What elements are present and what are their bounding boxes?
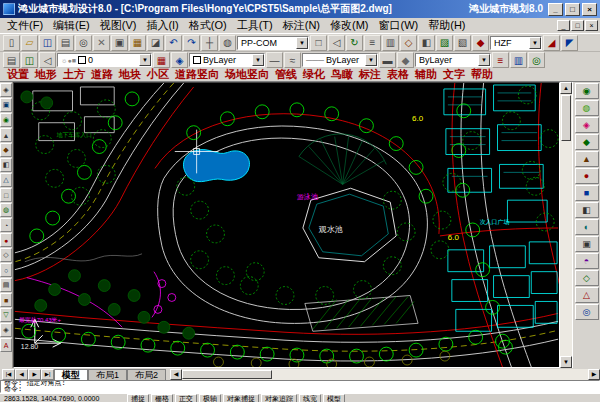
hy-tree-icon[interactable]: ◉ [0, 113, 12, 127]
hongye-tool-2-icon[interactable]: ◤ [561, 35, 578, 51]
menu-item-3[interactable]: 插入(I) [141, 17, 183, 34]
scroll-right-icon[interactable]: ▶ [588, 369, 600, 380]
plot-style-icon[interactable]: ◆ [397, 52, 414, 68]
hongye-menu-item-6[interactable]: 道路竖向 [172, 68, 222, 82]
menu-item-6[interactable]: 标注(N) [278, 17, 325, 34]
menu-item-8[interactable]: 窗口(W) [374, 17, 424, 34]
palette-dot-icon[interactable]: ● [575, 168, 599, 184]
hy-draw-road-icon[interactable]: ◈ [0, 83, 12, 97]
status-toggle-7[interactable]: 模型 [323, 394, 345, 402]
osnap-icon[interactable]: ◇ [400, 35, 417, 51]
hongye-menu-item-15[interactable]: 帮助 [468, 68, 496, 82]
command-window[interactable]: 命令: 指定对角点:命令: [0, 380, 600, 393]
status-toggle-1[interactable]: 栅格 [151, 394, 173, 402]
linetype-scale-icon[interactable]: ≈ [284, 52, 301, 68]
hongye-menu-item-9[interactable]: 绿化 [300, 68, 328, 82]
hy-circle-icon[interactable]: ◍ [0, 203, 12, 217]
hy-parcel-icon[interactable]: ▣ [0, 98, 12, 112]
menu-item-5[interactable]: 工具(T) [232, 17, 278, 34]
hy-rect-icon[interactable]: □ [0, 188, 12, 202]
palette-flower-icon[interactable]: ◈ [575, 117, 599, 133]
chevron-down-icon[interactable]: ▼ [478, 54, 490, 66]
layers-icon[interactable]: ▥ [382, 35, 399, 51]
color-combo[interactable]: ByLayer ▼ [189, 53, 265, 67]
palette-grid-icon[interactable]: ▣ [575, 236, 599, 252]
status-toggle-4[interactable]: 对象捕捉 [223, 394, 259, 402]
status-toggle-3[interactable]: 极轴 [199, 394, 221, 402]
scroll-left-icon[interactable]: ◀ [170, 369, 182, 380]
hy-tri-icon[interactable]: ▽ [0, 308, 12, 322]
linetype-combo[interactable]: ——— ByLayer ▼ [302, 53, 378, 67]
hongye-menu-item-13[interactable]: 辅助 [412, 68, 440, 82]
open-icon[interactable]: ▱ [21, 35, 38, 51]
paste-icon[interactable]: ▦ [129, 35, 146, 51]
palette-tree-row-icon[interactable]: ◆ [575, 134, 599, 150]
palette-tri-icon[interactable]: △ [575, 287, 599, 303]
measure-icon[interactable]: ◧ [418, 35, 435, 51]
hy-north-icon[interactable]: ▲ [0, 128, 12, 142]
text-style-icon[interactable]: ▧ [454, 35, 471, 51]
menu-item-9[interactable]: 帮助(H) [423, 17, 470, 34]
hy-slope-icon[interactable]: △ [0, 173, 12, 187]
print-preview-icon[interactable]: ◎ [75, 35, 92, 51]
point-style-icon[interactable]: ◆ [472, 35, 489, 51]
menu-item-2[interactable]: 视图(V) [95, 17, 142, 34]
hongye-menu-item-3[interactable]: 道路 [88, 68, 116, 82]
menu-item-1[interactable]: 编辑(E) [48, 17, 95, 34]
scroll-up-icon[interactable]: ▲ [560, 82, 572, 94]
vertical-scroll-thumb[interactable] [561, 95, 571, 141]
hongye-menu-item-11[interactable]: 标注 [356, 68, 384, 82]
hy-diamond-icon[interactable]: ◇ [0, 248, 12, 262]
hongye-menu-item-4[interactable]: 地块 [116, 68, 144, 82]
scroll-down-icon[interactable]: ▼ [560, 356, 572, 368]
status-toggle-2[interactable]: 正交 [175, 394, 197, 402]
layer-manager-icon[interactable]: ▤ [3, 52, 20, 68]
new-icon[interactable]: ▯ [3, 35, 20, 51]
hongye-menu-item-8[interactable]: 管线 [272, 68, 300, 82]
tab-布局2[interactable]: 布局2 [127, 369, 166, 380]
make-object-layer-icon[interactable]: ◫ [21, 52, 38, 68]
undo-icon[interactable]: ↶ [165, 35, 182, 51]
linetype-manager-icon[interactable]: — [266, 52, 283, 68]
print-icon[interactable]: ▤ [57, 35, 74, 51]
chevron-down-icon[interactable]: ▼ [139, 54, 151, 66]
hy-ring-icon[interactable]: ○ [0, 263, 12, 277]
hy-list-icon[interactable]: ▤ [0, 278, 12, 292]
palette-quarter-icon[interactable]: ◓ [575, 253, 599, 269]
zoom-previous-icon[interactable]: ◁ [328, 35, 345, 51]
copy-icon[interactable]: ▣ [111, 35, 128, 51]
drawing-viewport[interactable]: 游泳池观水池6.06.012.80最宽处70.43米+地下车库入口次入口广场 [13, 82, 560, 368]
chevron-down-icon[interactable]: ▼ [296, 37, 308, 49]
save-icon[interactable]: ◫ [39, 35, 56, 51]
tab-nav-button-3[interactable]: ▶| [41, 369, 54, 380]
palette-half-icon[interactable]: ◧ [575, 202, 599, 218]
minimize-button[interactable]: _ [548, 3, 563, 16]
cad-canvas[interactable]: 游泳池观水池6.06.012.80最宽处70.43米+地下车库入口次入口广场 [14, 83, 559, 367]
tab-布局1[interactable]: 布局1 [88, 369, 127, 380]
hongye-menu-item-10[interactable]: 鸟瞰 [328, 68, 356, 82]
close-button[interactable]: × [582, 3, 597, 16]
status-toggle-6[interactable]: 线宽 [299, 394, 321, 402]
hongye-menu-item-0[interactable]: 设置 [4, 68, 32, 82]
hy-solid-icon[interactable]: ■ [0, 293, 12, 307]
chevron-down-icon[interactable]: ▼ [252, 54, 264, 66]
layer-combo[interactable]: ☼●■ 0 ▼ [57, 53, 152, 67]
hy-gem-icon[interactable]: ◈ [0, 323, 12, 337]
redraw-icon[interactable]: ↻ [346, 35, 363, 51]
horizontal-scrollbar[interactable]: ◀ ▶ [170, 369, 600, 380]
restore-button[interactable]: □ [565, 3, 580, 16]
hy-table-icon[interactable]: ▥ [510, 52, 527, 68]
hongye-menu-item-1[interactable]: 地形 [32, 68, 60, 82]
zoom-realtime-icon[interactable]: ◍ [219, 35, 236, 51]
menu-item-0[interactable]: 文件(F) [2, 17, 48, 34]
layer-previous-icon[interactable]: ◁ [39, 52, 56, 68]
lineweight-icon[interactable]: ▬ [379, 52, 396, 68]
tab-模型[interactable]: 模型 [54, 369, 88, 380]
status-toggle-0[interactable]: 捕捉 [127, 394, 149, 402]
tab-nav-button-1[interactable]: ◀ [15, 369, 28, 380]
hongye-menu-item-2[interactable]: 土方 [60, 68, 88, 82]
mdi-restore-button[interactable]: □ [571, 20, 584, 31]
hongye-menu-item-5[interactable]: 小区 [144, 68, 172, 82]
hy-block-icon[interactable]: ◆ [0, 143, 12, 157]
pan-icon[interactable]: ┼ [201, 35, 218, 51]
